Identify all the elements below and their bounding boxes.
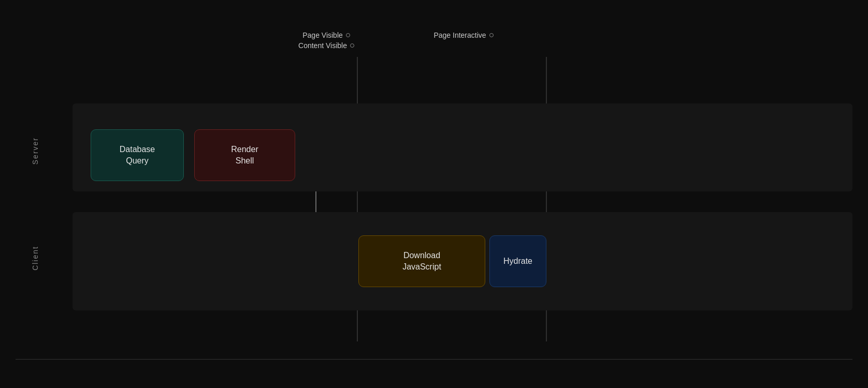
database-query-label: DatabaseQuery [120, 144, 155, 167]
render-shell-label: RenderShell [231, 144, 258, 167]
database-query-block: DatabaseQuery [91, 129, 184, 181]
hydrate-block: Hydrate [489, 235, 546, 287]
content-visible-label: Content Visible [298, 41, 347, 50]
page-interactive-dot [489, 33, 494, 37]
content-visible-dot [350, 43, 354, 48]
render-shell-block: RenderShell [194, 129, 295, 181]
server-label: Server [31, 137, 39, 165]
timeline-line [16, 359, 852, 360]
diagram-container: Page Visible Content Visible Page Intera… [0, 0, 868, 388]
hydrate-label: Hydrate [503, 256, 532, 267]
page-interactive-label: Page Interactive [433, 31, 486, 39]
page-visible-label: Page Visible [302, 31, 343, 39]
page-visible-dot [346, 33, 350, 37]
page-interactive-labels: Page Interactive [433, 31, 493, 39]
download-js-label: DownloadJavaScript [402, 250, 441, 273]
server-lane [73, 103, 852, 191]
page-visible-labels: Page Visible Content Visible [298, 31, 354, 50]
download-js-block: DownloadJavaScript [358, 235, 485, 287]
connector-svg [0, 0, 868, 388]
client-label: Client [31, 246, 39, 271]
